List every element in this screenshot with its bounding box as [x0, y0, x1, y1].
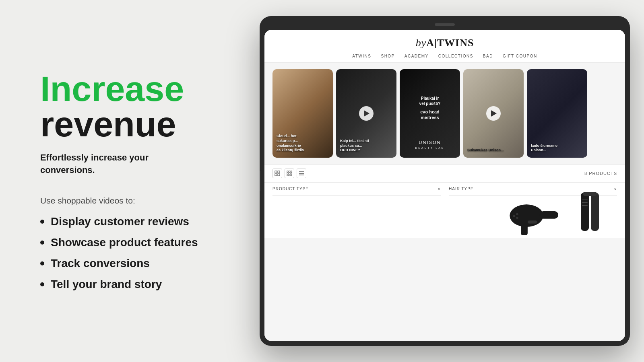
bullet-item-reviews: Display customer reviews — [40, 215, 221, 228]
view-grid-small[interactable] — [285, 169, 294, 178]
nav-item-collections[interactable]: COLLECTIONS — [438, 54, 473, 58]
filter-hair-type-label: HAIR TYPE — [449, 187, 474, 191]
svg-rect-9 — [291, 173, 292, 174]
video-card-2[interactable]: Kaip tei... tiesintiplaukus su...OUD NIN… — [336, 69, 396, 158]
svg-rect-26 — [582, 199, 588, 200]
bullet-item-track: Track conversions — [40, 257, 221, 270]
video-center-text-3: Plaukai irvėl puošti? — [404, 96, 456, 106]
unison-logo: UNISONBEAUTY LAB — [415, 140, 444, 150]
tablet-top-bar — [264, 21, 625, 28]
svg-rect-18 — [521, 224, 528, 235]
svg-rect-3 — [278, 174, 280, 176]
svg-rect-17 — [540, 211, 558, 219]
view-icons — [272, 169, 306, 178]
nav-item-gift-coupon[interactable]: GIFT COUPON — [503, 54, 537, 58]
play-icon-2 — [364, 110, 369, 117]
video-card-5-bg: kado šiurmameUnison... — [527, 69, 587, 158]
filter-product-type-label: PRODUCT TYPE — [272, 187, 309, 191]
svg-rect-1 — [278, 171, 280, 173]
nav-item-atwins[interactable]: ATWINS — [352, 54, 371, 58]
svg-rect-5 — [289, 171, 290, 172]
svg-rect-8 — [289, 173, 290, 174]
svg-rect-19 — [528, 220, 537, 223]
svg-rect-24 — [591, 193, 599, 231]
video-card-4-bg: Sukamukas Unison... — [463, 69, 524, 158]
tablet-camera — [435, 23, 455, 26]
play-button-2[interactable] — [359, 106, 374, 121]
view-grid-large[interactable] — [272, 169, 282, 178]
tablet-side-button — [260, 171, 260, 191]
svg-rect-2 — [275, 174, 277, 176]
filter-product-type[interactable]: PRODUCT TYPE ∨ — [272, 183, 441, 195]
svg-rect-10 — [287, 175, 288, 176]
chevron-down-icon-hair: ∨ — [614, 187, 617, 191]
svg-point-22 — [513, 215, 516, 217]
svg-point-21 — [516, 217, 518, 219]
svg-rect-28 — [582, 205, 588, 206]
site-bottom: 8 PRODUCTS PRODUCT TYPE ∨ HAIR TYPE ∨ — [264, 164, 625, 238]
product-straightener — [565, 199, 617, 235]
bullet-text-brand: Tell your brand story — [51, 278, 162, 291]
view-list[interactable] — [297, 169, 306, 178]
logo-by: by — [416, 37, 427, 49]
video-card-4[interactable]: Sukamukas Unison... — [463, 69, 524, 158]
right-panel: byA|TWINS ATWINS SHOP ACADEMY COLLECTION… — [250, 0, 644, 362]
svg-rect-27 — [582, 202, 588, 203]
products-count: 8 PRODUCTS — [584, 171, 617, 176]
svg-rect-0 — [275, 171, 277, 173]
hairdryer-svg — [506, 199, 558, 235]
site-nav: ATWINS SHOP ACADEMY COLLECTIONS BAD GIFT… — [352, 54, 537, 58]
play-icon-4 — [491, 110, 497, 117]
site-content: Cloud... hotsukurtas p...onalamsuikriees… — [264, 63, 625, 341]
product-hairdryer — [506, 199, 558, 235]
logo-brand: A|TWINS — [426, 37, 474, 49]
products-bar: 8 PRODUCTS — [264, 165, 625, 183]
bullet-item-showcase: Showcase product features — [40, 236, 221, 249]
video-overlay-text-4: Sukamukas Unison... — [467, 148, 520, 153]
svg-point-20 — [516, 213, 518, 216]
bullet-text-reviews: Display customer reviews — [51, 215, 189, 228]
bullet-dot — [40, 261, 44, 265]
svg-rect-7 — [287, 173, 288, 174]
nav-item-bad[interactable]: BAD — [483, 54, 493, 58]
svg-rect-23 — [581, 193, 589, 231]
svg-rect-6 — [291, 171, 292, 172]
video-card-3[interactable]: Plaukai irvėl puošti? evo headmistress U… — [400, 69, 460, 158]
bullet-text-showcase: Showcase product features — [51, 236, 198, 249]
headline-green: Increase — [40, 71, 221, 107]
video-card-1[interactable]: Cloud... hotsukurtas p...onalamsuikriees… — [272, 69, 333, 158]
bullet-item-brand: Tell your brand story — [40, 278, 221, 291]
svg-rect-11 — [289, 175, 290, 176]
play-button-4[interactable] — [486, 106, 501, 121]
straightener-svg — [579, 191, 603, 235]
svg-rect-25 — [583, 192, 597, 196]
tablet-frame: byA|TWINS ATWINS SHOP ACADEMY COLLECTION… — [260, 16, 630, 346]
filters-area: PRODUCT TYPE ∨ HAIR TYPE ∨ — [264, 183, 625, 195]
bullet-text-track: Track conversions — [51, 257, 150, 270]
video-overlay-text-1: Cloud... hotsukurtas p...onalamsuikriees… — [277, 134, 329, 153]
use-label: Use shoppable videos to: — [40, 196, 221, 206]
tablet-screen: byA|TWINS ATWINS SHOP ACADEMY COLLECTION… — [264, 30, 625, 341]
headline-dark: revenue — [40, 107, 221, 142]
main-headline: Increase revenue — [40, 71, 221, 142]
video-card-3-bg: Plaukai irvėl puošti? evo headmistress U… — [400, 69, 460, 158]
video-card-1-bg: Cloud... hotsukurtas p...onalamsuikriees… — [272, 69, 333, 158]
video-overlay-text-2: Kaip tei... tiesintiplaukus su...OUD NIN… — [340, 139, 392, 153]
svg-rect-12 — [291, 175, 292, 176]
chevron-down-icon-product: ∨ — [438, 187, 441, 191]
left-panel: Increase revenue Effortlessly increase y… — [0, 0, 250, 362]
video-card-5[interactable]: kado šiurmameUnison... — [527, 69, 587, 158]
bullet-dot — [40, 241, 44, 245]
bullet-list: Display customer reviews Showcase produc… — [40, 215, 221, 291]
bullet-dot — [40, 282, 44, 286]
site-header: byA|TWINS ATWINS SHOP ACADEMY COLLECTION… — [264, 30, 625, 63]
svg-rect-4 — [287, 171, 288, 172]
products-preview — [264, 195, 625, 238]
video-overlay-text-5: kado šiurmameUnison... — [531, 144, 583, 153]
nav-item-academy[interactable]: ACADEMY — [405, 54, 429, 58]
site-logo: byA|TWINS — [416, 37, 474, 49]
video-card-2-bg: Kaip tei... tiesintiplaukus su...OUD NIN… — [336, 69, 396, 158]
bullet-dot — [40, 220, 44, 224]
nav-item-shop[interactable]: SHOP — [381, 54, 394, 58]
video-carousel: Cloud... hotsukurtas p...onalamsuikriees… — [264, 63, 625, 164]
